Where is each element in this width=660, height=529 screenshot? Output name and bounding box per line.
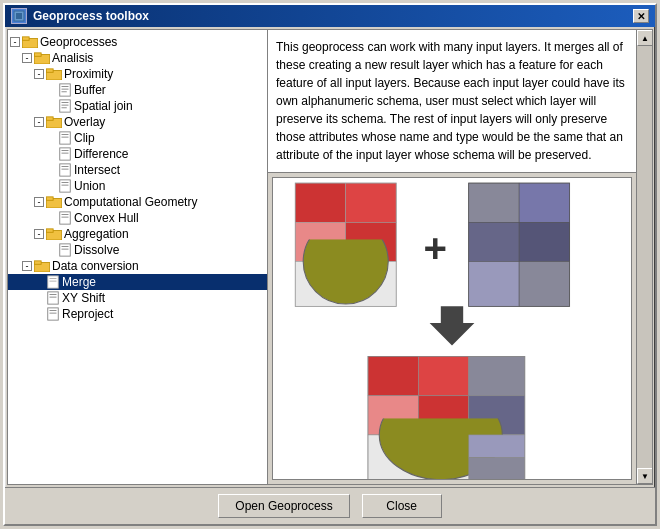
window-title: Geoprocess toolbox	[33, 9, 149, 23]
svg-rect-69	[469, 356, 525, 395]
description-area: This geoprocess can work with many input…	[268, 30, 636, 173]
tree-item-proximity[interactable]: - Proximity	[8, 66, 267, 82]
svg-rect-64	[469, 261, 519, 306]
tree-item-convex-hull[interactable]: Convex Hull	[8, 210, 267, 226]
tree-root[interactable]: - Geoprocesses	[8, 34, 267, 50]
spatial-join-label: Spatial join	[74, 99, 133, 113]
tree-item-merge[interactable]: Merge	[8, 274, 267, 290]
right-content: This geoprocess can work with many input…	[268, 30, 652, 484]
root-folder-icon	[22, 36, 38, 48]
reproject-label: Reproject	[62, 307, 113, 321]
svg-rect-52	[295, 183, 345, 222]
scroll-down-button[interactable]: ▼	[637, 468, 652, 484]
root-label: Geoprocesses	[40, 35, 117, 49]
proximity-expander[interactable]: -	[34, 69, 44, 79]
merge-file-icon	[46, 275, 60, 289]
content-area: - Geoprocesses -	[7, 29, 653, 485]
tree-item-reproject[interactable]: Reproject	[8, 306, 267, 322]
close-button[interactable]: Close	[362, 494, 442, 518]
tree-item-intersect[interactable]: Intersect	[8, 162, 267, 178]
analisis-folder-icon	[34, 52, 50, 64]
svg-rect-17	[46, 117, 53, 120]
svg-rect-5	[34, 53, 41, 56]
computational-geometry-label: Computational Geometry	[64, 195, 197, 209]
svg-rect-8	[60, 84, 71, 96]
svg-rect-1	[16, 13, 22, 19]
svg-rect-41	[34, 261, 41, 264]
union-label: Union	[74, 179, 105, 193]
reproject-file-icon	[46, 307, 60, 321]
root-expander[interactable]: -	[10, 37, 20, 47]
xy-shift-label: XY Shift	[62, 291, 105, 305]
overlay-expander[interactable]: -	[34, 117, 44, 127]
dissolve-file-icon	[58, 243, 72, 257]
tree-item-spatial-join[interactable]: Spatial join	[8, 98, 267, 114]
difference-file-icon	[58, 147, 72, 161]
dissolve-label: Dissolve	[74, 243, 119, 257]
intersect-label: Intersect	[74, 163, 120, 177]
comp-geo-folder-icon	[46, 196, 62, 208]
svg-rect-32	[60, 212, 71, 224]
right-scrollbar[interactable]: ▲ ▼	[636, 30, 652, 484]
main-window: Geoprocess toolbox ✕ - Geoprocesses	[3, 3, 657, 526]
analisis-expander[interactable]: -	[22, 53, 32, 63]
spatial-join-file-icon	[58, 99, 72, 113]
svg-rect-63	[519, 222, 569, 261]
down-arrow	[430, 306, 475, 345]
svg-rect-45	[48, 292, 59, 304]
clip-file-icon	[58, 131, 72, 145]
window-close-button[interactable]: ✕	[633, 9, 649, 23]
tree-panel: - Geoprocesses -	[8, 30, 268, 484]
comp-geo-expander[interactable]: -	[34, 197, 44, 207]
intersect-file-icon	[58, 163, 72, 177]
scroll-track	[637, 46, 652, 468]
svg-rect-24	[60, 164, 71, 176]
right-panel: This geoprocess can work with many input…	[268, 30, 636, 484]
svg-rect-76	[469, 435, 525, 457]
convex-hull-label: Convex Hull	[74, 211, 139, 225]
tree-item-clip[interactable]: Clip	[8, 130, 267, 146]
xy-shift-file-icon	[46, 291, 60, 305]
svg-rect-21	[60, 148, 71, 160]
tree-item-overlay[interactable]: - Overlay	[8, 114, 267, 130]
tree-item-xy-shift[interactable]: XY Shift	[8, 290, 267, 306]
tree-item-buffer[interactable]: Buffer	[8, 82, 267, 98]
convex-hull-file-icon	[58, 211, 72, 225]
footer: Open Geoprocess Close	[5, 487, 655, 524]
proximity-folder-icon	[46, 68, 62, 80]
svg-rect-60	[469, 183, 519, 222]
tree-item-data-conversion[interactable]: - Data conversion	[8, 258, 267, 274]
tree-item-dissolve[interactable]: Dissolve	[8, 242, 267, 258]
svg-rect-68	[418, 356, 468, 395]
svg-rect-62	[469, 222, 519, 261]
overlay-folder-icon	[46, 116, 62, 128]
open-geoprocess-button[interactable]: Open Geoprocess	[218, 494, 349, 518]
svg-rect-18	[60, 132, 71, 144]
aggregation-folder-icon	[46, 228, 62, 240]
description-text: This geoprocess can work with many input…	[276, 38, 628, 164]
svg-rect-3	[22, 37, 29, 40]
svg-rect-53	[346, 183, 396, 222]
overlay-label: Overlay	[64, 115, 105, 129]
tree-item-aggregation[interactable]: - Aggregation	[8, 226, 267, 242]
tree-item-analisis[interactable]: - Analisis	[8, 50, 267, 66]
tree-item-union[interactable]: Union	[8, 178, 267, 194]
scroll-up-button[interactable]: ▲	[637, 30, 652, 46]
tree-item-difference[interactable]: Difference	[8, 146, 267, 162]
svg-rect-48	[48, 308, 59, 320]
difference-label: Difference	[74, 147, 128, 161]
window-icon	[11, 8, 27, 24]
diagram-svg: +	[273, 177, 631, 480]
data-conversion-expander[interactable]: -	[22, 261, 32, 271]
svg-rect-37	[60, 244, 71, 256]
tree-item-computational-geometry[interactable]: - Computational Geometry	[8, 194, 267, 210]
svg-rect-12	[60, 100, 71, 112]
proximity-label: Proximity	[64, 67, 113, 81]
analisis-label: Analisis	[52, 51, 93, 65]
data-conversion-folder-icon	[34, 260, 50, 272]
buffer-label: Buffer	[74, 83, 106, 97]
svg-rect-36	[46, 229, 53, 232]
aggregation-expander[interactable]: -	[34, 229, 44, 239]
svg-rect-77	[469, 457, 525, 479]
buffer-file-icon	[58, 83, 72, 97]
